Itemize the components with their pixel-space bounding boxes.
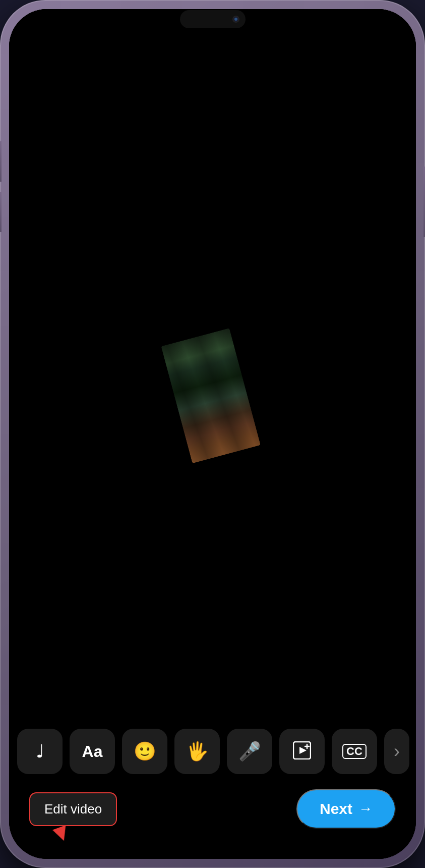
- audio-tool-button[interactable]: 🎤: [227, 729, 272, 774]
- next-arrow-icon: →: [358, 801, 373, 817]
- video-preview-area[interactable]: [9, 9, 416, 719]
- next-label: Next: [320, 800, 352, 818]
- screen-content: ♩ Aa 🙂 🖐 🎤: [9, 9, 416, 859]
- text-icon: Aa: [82, 743, 103, 760]
- editing-toolbar: ♩ Aa 🙂 🖐 🎤: [9, 719, 416, 779]
- video-thumbnail-content: [161, 328, 260, 463]
- notch: [142, 9, 283, 29]
- sticker-tool-button[interactable]: 🙂: [122, 729, 167, 774]
- music-icon: ♩: [36, 742, 44, 761]
- draw-icon: 🖐: [186, 742, 209, 761]
- svg-marker-1: [299, 747, 307, 754]
- edit-video-wrapper: Edit video: [29, 792, 117, 826]
- next-button[interactable]: Next →: [296, 789, 396, 829]
- music-tool-button[interactable]: ♩: [17, 729, 63, 774]
- text-tool-button[interactable]: Aa: [70, 729, 115, 774]
- edit-video-button[interactable]: Edit video: [29, 792, 117, 826]
- clip-tool-button[interactable]: [279, 729, 325, 774]
- volume-up-button[interactable]: [0, 141, 2, 182]
- sticker-icon: 🙂: [134, 742, 156, 761]
- more-tool-button[interactable]: ›: [384, 729, 409, 774]
- bottom-action-bar: Edit video Next →: [9, 779, 416, 859]
- microphone-icon: 🎤: [238, 742, 261, 761]
- clip-icon: [293, 741, 311, 762]
- notch-pill: [180, 10, 246, 28]
- phone-screen: ♩ Aa 🙂 🖐 🎤: [9, 9, 416, 859]
- volume-down-button[interactable]: [0, 192, 2, 232]
- chevron-right-icon: ›: [394, 742, 400, 761]
- draw-tool-button[interactable]: 🖐: [174, 729, 220, 774]
- captions-tool-button[interactable]: CC: [332, 729, 377, 774]
- phone-device: ♩ Aa 🙂 🖐 🎤: [0, 0, 425, 868]
- video-thumbnail: [161, 328, 260, 463]
- front-camera: [232, 16, 239, 23]
- cursor-arrow-indicator: [52, 825, 71, 843]
- captions-icon: CC: [342, 744, 367, 759]
